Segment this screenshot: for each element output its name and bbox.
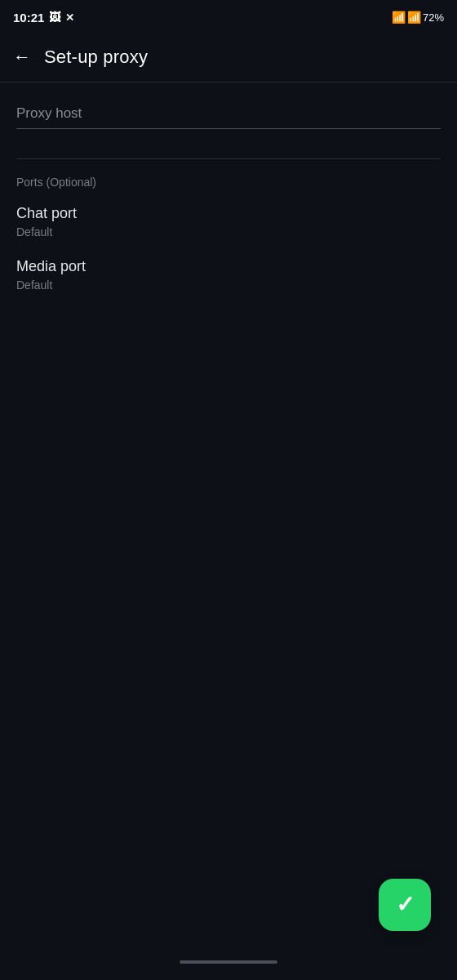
media-port-item[interactable]: Media port Default xyxy=(16,258,441,292)
ports-divider xyxy=(16,158,441,159)
content-area: Ports (Optional) Chat port Default Media… xyxy=(0,82,457,292)
save-fab-button[interactable]: ✓ xyxy=(379,879,431,931)
status-icons-area: 📶 📶 72% xyxy=(392,11,444,24)
bottom-nav-indicator xyxy=(180,960,277,964)
back-arrow-icon: ← xyxy=(13,47,31,68)
status-bar: 10:21 🖼 ✕ 📶 📶 72% xyxy=(0,0,457,33)
wifi-icon: 📶 xyxy=(392,11,406,24)
back-button[interactable]: ← xyxy=(13,47,31,68)
photo-icon: 🖼 xyxy=(49,11,60,24)
media-port-value: Default xyxy=(16,278,441,292)
media-port-title: Media port xyxy=(16,258,441,275)
battery-display: 72% xyxy=(423,11,444,24)
toolbar: ← Set-up proxy xyxy=(0,33,457,82)
status-time-area: 10:21 🖼 ✕ xyxy=(13,11,74,24)
chat-port-value: Default xyxy=(16,225,441,238)
time-display: 10:21 xyxy=(13,11,44,24)
x-icon: ✕ xyxy=(65,11,74,24)
checkmark-icon: ✓ xyxy=(396,893,415,916)
page-title: Set-up proxy xyxy=(44,47,148,68)
proxy-host-input[interactable] xyxy=(16,102,441,129)
signal-icon: 📶 xyxy=(407,11,421,24)
ports-section: Ports (Optional) Chat port Default Media… xyxy=(0,142,457,292)
chat-port-title: Chat port xyxy=(16,205,441,222)
chat-port-item[interactable]: Chat port Default xyxy=(16,205,441,238)
proxy-host-section xyxy=(0,82,457,142)
ports-section-label: Ports (Optional) xyxy=(16,176,441,189)
